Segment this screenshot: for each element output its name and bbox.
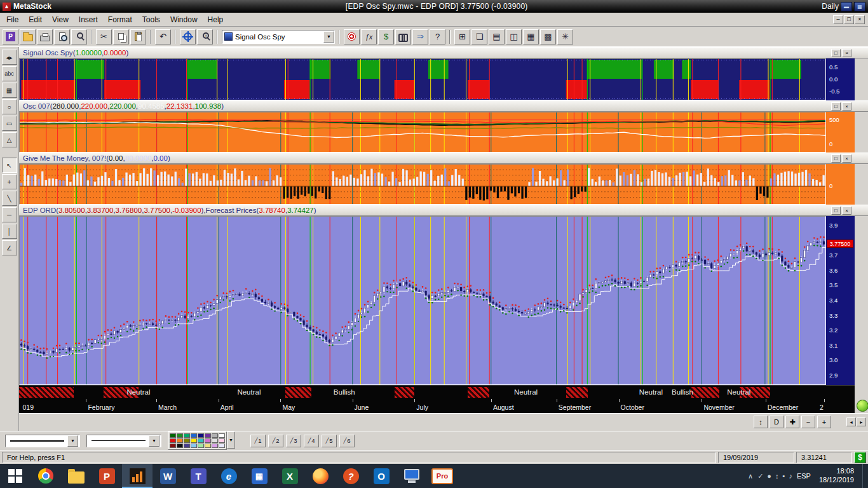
- signal-osc-spy-close-button[interactable]: ×: [842, 49, 851, 57]
- clock[interactable]: 18:08 18/12/2019: [815, 467, 858, 485]
- arrange-grid-button[interactable]: ▦: [523, 29, 539, 44]
- app-minimize-button[interactable]: ▬: [841, 2, 852, 11]
- color-swatch[interactable]: [219, 444, 225, 448]
- scroll-vertical-button[interactable]: ↕: [754, 416, 768, 428]
- forecaster-button[interactable]: ⇒: [412, 29, 428, 44]
- horizontal-line-tool[interactable]: ─: [2, 207, 17, 222]
- print-button[interactable]: [37, 29, 53, 44]
- paste-button[interactable]: [130, 29, 146, 44]
- edp-ord-chart[interactable]: [19, 216, 826, 385]
- edp-ord-yaxis[interactable]: 3.93.73.63.53.43.33.23.13.02.93.77500: [826, 216, 855, 385]
- options-button[interactable]: ✳: [557, 29, 573, 44]
- panel-header-edp-ord[interactable]: EDP ORD (3.80500, 3.83700, 3.76800, 3.77…: [19, 205, 868, 216]
- ellipse-tool[interactable]: ○: [2, 99, 17, 114]
- color-swatch[interactable]: [205, 444, 211, 448]
- taskbar-excel[interactable]: X: [275, 464, 305, 488]
- taskbar-metastock-pro[interactable]: Pro: [427, 464, 458, 488]
- signal-osc-spy-yaxis[interactable]: 0.50.0-0.5: [826, 58, 855, 100]
- quick-layout-button[interactable]: [857, 400, 868, 412]
- signal-osc-spy-restore-button[interactable]: □: [831, 49, 841, 57]
- vertical-line-tool[interactable]: │: [2, 224, 17, 239]
- triangle-tool[interactable]: △: [2, 132, 17, 147]
- taskbar-file-explorer[interactable]: [61, 464, 92, 488]
- doc-minimize-button[interactable]: –: [833, 15, 843, 24]
- color-swatch[interactable]: [184, 444, 190, 448]
- osc-007-yaxis[interactable]: 5000: [826, 112, 855, 152]
- give-me-the-money-close-button[interactable]: ×: [842, 154, 851, 163]
- panel-header-osc-007[interactable]: Osc 007 (280.000, 220.000, 220.000, 90.4…: [19, 100, 868, 112]
- osc-007-chart[interactable]: [19, 112, 826, 152]
- pointer-mode-button[interactable]: [180, 29, 196, 44]
- tile-vertical-button[interactable]: ◫: [506, 29, 522, 44]
- color-swatch[interactable]: [198, 444, 204, 448]
- trendline-style-button-3[interactable]: ╱3: [286, 435, 301, 447]
- give-me-the-money-yaxis[interactable]: 0: [826, 164, 855, 205]
- color-swatch[interactable]: [177, 444, 183, 448]
- taskbar-teams[interactable]: T: [183, 464, 214, 488]
- titlebar[interactable]: ▲ MetaStock [EDP Osc Spy.mwc - EDP ORD] …: [0, 0, 868, 13]
- panel-header-give-me-the-money[interactable]: Give Me The Money, 007! (0.00, 80.0000, …: [19, 152, 868, 164]
- chart-style-button[interactable]: ▩: [540, 29, 556, 44]
- doc-close-button[interactable]: ×: [855, 15, 865, 24]
- tile-horizontal-button[interactable]: ▤: [489, 29, 505, 44]
- tray-expand-icon[interactable]: ∧: [748, 472, 753, 480]
- zoom-in-button[interactable]: +: [817, 416, 831, 428]
- color-swatch[interactable]: [191, 438, 197, 443]
- undo-button[interactable]: ↶: [155, 29, 171, 44]
- taskbar-firefox[interactable]: [305, 464, 336, 488]
- periodicity-label[interactable]: Daily: [822, 2, 839, 11]
- pane-scroll-tool[interactable]: ◂▸: [2, 50, 17, 65]
- menu-edit[interactable]: Edit: [24, 13, 47, 26]
- osc-007-close-button[interactable]: ×: [842, 102, 851, 111]
- line-width-combo-arrow-icon[interactable]: ▼: [149, 435, 159, 447]
- color-swatch[interactable]: [191, 444, 197, 448]
- color-palette-arrow-icon[interactable]: ▼: [227, 431, 235, 449]
- color-swatch[interactable]: [198, 433, 204, 438]
- taskbar-remote-desktop[interactable]: [397, 464, 427, 488]
- give-me-the-money-restore-button[interactable]: □: [831, 154, 841, 163]
- taskbar-powerpoint[interactable]: P: [92, 464, 122, 488]
- trendline-style-button-6[interactable]: ╱6: [339, 435, 355, 447]
- taskbar-word[interactable]: W: [153, 464, 183, 488]
- color-swatch[interactable]: [191, 433, 197, 438]
- color-swatch[interactable]: [198, 438, 204, 443]
- color-swatch[interactable]: [184, 438, 190, 443]
- taskbar-outlook[interactable]: O: [366, 464, 397, 488]
- taskbar-edge[interactable]: e: [214, 464, 244, 488]
- color-swatch[interactable]: [170, 433, 176, 438]
- color-swatch[interactable]: [205, 438, 211, 443]
- color-swatch[interactable]: [205, 433, 211, 438]
- pan-chart-button[interactable]: ✚: [785, 416, 799, 428]
- osc-007-restore-button[interactable]: □: [831, 102, 841, 111]
- tray-status-icon-3[interactable]: ↕: [775, 472, 779, 480]
- cascade-windows-button[interactable]: ❏: [471, 29, 487, 44]
- color-swatch[interactable]: [170, 444, 176, 448]
- language-indicator[interactable]: ESP: [797, 472, 811, 480]
- copy-button[interactable]: [113, 29, 129, 44]
- rectangle-tool[interactable]: ▭: [2, 116, 17, 131]
- taskbar-help[interactable]: ?: [336, 464, 366, 488]
- trendline-style-button-2[interactable]: ╱2: [268, 435, 283, 447]
- give-me-the-money-chart[interactable]: [19, 164, 826, 205]
- taskbar-chrome[interactable]: [31, 464, 61, 488]
- pointer-tool[interactable]: ↖: [2, 158, 17, 173]
- menu-help[interactable]: Help: [203, 13, 229, 26]
- new-window-button[interactable]: ⊞: [454, 29, 470, 44]
- context-help-button[interactable]: ?: [430, 29, 445, 44]
- scroll-right-button[interactable]: ►: [857, 417, 866, 426]
- explorer-button[interactable]: [395, 29, 411, 44]
- show-desktop-button[interactable]: [862, 464, 865, 488]
- color-swatch[interactable]: [212, 438, 218, 443]
- color-swatch[interactable]: [177, 433, 183, 438]
- angle-line-tool[interactable]: ∠: [2, 240, 17, 255]
- tray-status-icon-2[interactable]: ●: [767, 472, 771, 480]
- menu-insert[interactable]: Insert: [74, 13, 103, 26]
- tray-status-icon-4[interactable]: ▪: [783, 472, 785, 480]
- color-swatch[interactable]: [170, 438, 176, 443]
- menu-view[interactable]: View: [47, 13, 74, 26]
- app-close-button[interactable]: ▦: [854, 2, 865, 11]
- crosshair-tool[interactable]: +: [2, 174, 17, 189]
- taskbar-metastock[interactable]: [122, 464, 153, 488]
- indicator-combo-arrow-icon[interactable]: ▼: [323, 31, 334, 43]
- color-swatch[interactable]: [212, 433, 218, 438]
